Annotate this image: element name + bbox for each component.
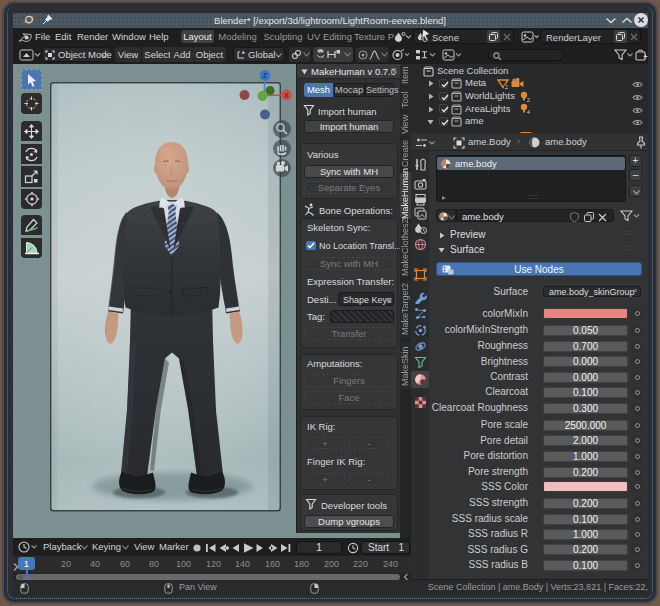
svg-text:X: X bbox=[284, 91, 289, 98]
svg-text:Z: Z bbox=[263, 72, 267, 79]
svg-text:2: 2 bbox=[505, 83, 508, 88]
